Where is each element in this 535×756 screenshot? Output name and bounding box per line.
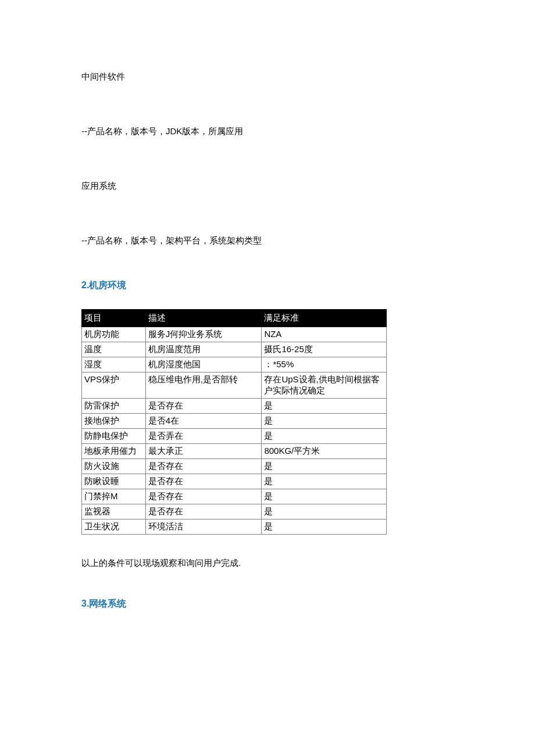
paragraph-appsystem-detail: --产品名称，版本号，架构平台，系统架构类型 <box>81 234 454 248</box>
table-header: 项目 <box>82 310 146 327</box>
table-cell: 接地保护 <box>82 414 146 429</box>
table-cell: 800KG/平方米 <box>262 444 387 459</box>
table-row: 卫生状况环境活洁是 <box>82 519 387 535</box>
table-cell: 机房湿度他国 <box>145 357 262 372</box>
table-header-row: 项目 描述 满足标准 <box>82 310 387 327</box>
table-cell: NZA <box>262 327 387 342</box>
section-heading-3: 3.网络系统 <box>81 598 454 610</box>
table-cell: 是 <box>262 489 387 504</box>
table-cell: 服务J何抑业务系统 <box>145 327 262 342</box>
table-cell: 卫生状况 <box>82 519 146 535</box>
table-cell: 机房功能 <box>82 327 146 342</box>
table-cell: 是 <box>262 414 387 429</box>
section2-note: 以上的条件可以现场观察和询问用户完成. <box>81 558 454 569</box>
table-row: 机房功能服务J何抑业务系统NZA <box>82 327 387 342</box>
table-row: 防雷保护是否存在是 <box>82 399 387 414</box>
table-cell: 最大承正 <box>145 444 262 459</box>
paragraph-middleware: 中间件软件 <box>81 70 454 84</box>
table-cell: 是否弄在 <box>145 429 262 444</box>
table-cell: 是 <box>262 429 387 444</box>
table-cell: 监视器 <box>82 504 146 519</box>
table-cell: 是 <box>262 459 387 474</box>
table-cell: 机房温度范用 <box>145 342 262 357</box>
table-cell: 是 <box>262 519 387 535</box>
table-cell: 是否存在 <box>145 474 262 489</box>
table-cell: 是否存在 <box>145 399 262 414</box>
section-heading-2: 2.机房环境 <box>81 280 454 292</box>
table-cell: 是否4在 <box>145 414 262 429</box>
table-cell: 防雷保护 <box>82 399 146 414</box>
table-cell: 存在UpS设着,供电时间根据客户实际情况确定 <box>262 372 387 399</box>
table-cell: VPS保护 <box>82 372 146 399</box>
table-cell: 温度 <box>82 342 146 357</box>
paragraph-middleware-detail: --产品名称，版本号，JDK版本，所属应用 <box>81 124 454 138</box>
table-cell: 防静电保护 <box>82 429 146 444</box>
table-cell: 稳压维电作用,是否部转 <box>145 372 262 399</box>
table-row: 地板承用催力最大承正800KG/平方米 <box>82 444 387 459</box>
paragraph-appsystem: 应用系统 <box>81 179 454 193</box>
table-cell: 湿度 <box>82 357 146 372</box>
table-row: 监视器是否存在是 <box>82 504 387 519</box>
table-row: 接地保护是否4在是 <box>82 414 387 429</box>
table-cell: 是否存在 <box>145 504 262 519</box>
table-cell: 是否存在 <box>145 459 262 474</box>
table-row: 温度机房温度范用摄氏16-25度 <box>82 342 387 357</box>
table-row: 防静电保护是否弄在是 <box>82 429 387 444</box>
table-cell: 摄氏16-25度 <box>262 342 387 357</box>
table-cell: 是 <box>262 399 387 414</box>
table-cell: ：*55% <box>262 357 387 372</box>
table-cell: 门禁捽M <box>82 489 146 504</box>
table-cell: 环境活洁 <box>145 519 262 535</box>
table-row: 门禁捽M是否存在是 <box>82 489 387 504</box>
table-cell: 防火设施 <box>82 459 146 474</box>
table-row: 湿度机房湿度他国：*55% <box>82 357 387 372</box>
table-cell: 防瞅设睡 <box>82 474 146 489</box>
table-header: 满足标准 <box>262 310 387 327</box>
table-header: 描述 <box>145 310 262 327</box>
table-cell: 地板承用催力 <box>82 444 146 459</box>
table-row: VPS保护稳压维电作用,是否部转存在UpS设着,供电时间根据客户实际情况确定 <box>82 372 387 399</box>
environment-table: 项目 描述 满足标准 机房功能服务J何抑业务系统NZA温度机房温度范用摄氏16-… <box>81 309 387 535</box>
table-cell: 是 <box>262 504 387 519</box>
table-row: 防火设施是否存在是 <box>82 459 387 474</box>
table-cell: 是 <box>262 474 387 489</box>
table-row: 防瞅设睡是否存在是 <box>82 474 387 489</box>
table-cell: 是否存在 <box>145 489 262 504</box>
